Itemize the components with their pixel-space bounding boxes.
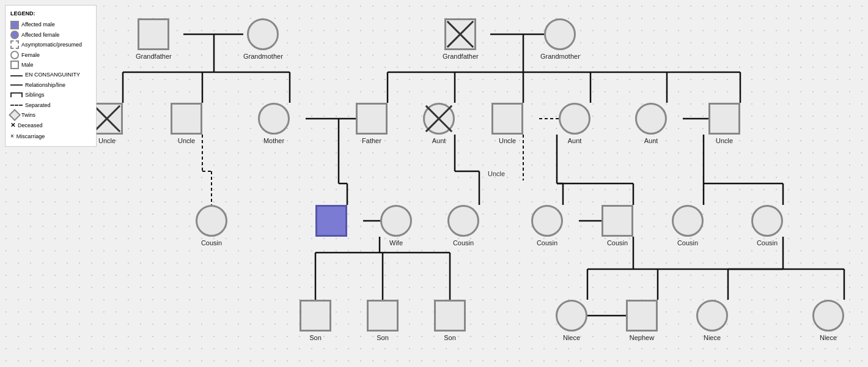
symbol-grandfather-maternal [444,18,476,50]
symbol-son3 [434,300,466,332]
legend-symbol-miscarriage: × [10,132,14,141]
legend-label: EN CONSANGUINITY [25,70,80,79]
symbol-cousin6 [751,205,783,237]
legend: LEGEND: Affected male Affected female As… [5,5,97,147]
symbol-uncle2 [171,103,202,135]
legend-symbol-square [10,61,19,69]
legend-item-affected-female: Affected female [10,31,91,39]
symbol-cousin1 [196,205,227,237]
label-uncle3: Uncle [499,137,516,144]
legend-label: Separated [25,101,51,109]
label-grandfather-maternal: Grandfather [443,53,479,60]
person-cousin3: Cousin [531,205,563,247]
person-niece1: Niece [556,300,587,341]
legend-symbol-filled-square [10,21,19,29]
person-uncle2: Uncle [171,103,202,144]
symbol-grandmother-paternal [247,18,279,50]
legend-symbol-filled-circle [10,31,19,39]
person-mother: Mother [258,103,290,144]
legend-item-consanguinity: EN CONSANGUINITY [10,70,91,79]
symbol-uncle3 [491,103,523,135]
legend-symbol-diamond [9,109,21,121]
legend-item-twins: Twins [10,111,91,119]
label-son1: Son [309,334,322,341]
legend-item-asymptomatic: Asymptomatic/presumed [10,40,91,49]
label-aunt3: Aunt [644,137,658,144]
family-tree: Grandfather Grandmother Grandfather Gran… [0,0,868,367]
label-son3: Son [444,334,456,341]
person-aunt1: Aunt [423,103,455,144]
label-cousin4: Cousin [607,239,628,247]
label-grandmother-paternal: Grandmother [243,53,283,60]
person-uncle3: Uncle [491,103,523,144]
symbol-aunt1 [423,103,455,135]
legend-item-affected-male: Affected male [10,20,91,29]
symbol-grandfather-paternal [138,18,169,50]
person-cousin6: Cousin [751,205,783,247]
label-aunt2: Aunt [568,137,582,144]
legend-symbol-line [10,84,23,86]
label-grandmother-maternal: Grandmother [540,53,580,60]
person-son3: Son [434,300,466,341]
label-nephew: Nephew [630,334,654,341]
legend-title: LEGEND: [10,9,91,18]
person-cousin1: Cousin [196,205,227,247]
label-mother: Mother [263,137,284,144]
symbol-aunt3 [635,103,667,135]
label-uncle4: Uncle [716,137,733,144]
legend-item-female: Female [10,51,91,59]
legend-label: Affected female [21,31,59,39]
legend-symbol-x: ✕ [10,120,15,130]
symbol-mother [258,103,290,135]
symbol-niece2 [696,300,728,332]
label-cousin6: Cousin [757,239,778,247]
person-cousin5: Cousin [672,205,704,247]
legend-label: Miscarriage [17,132,45,141]
label-cousin5: Cousin [677,239,698,247]
symbol-cousin4 [601,205,633,237]
label-uncle2: Uncle [178,137,195,144]
legend-label: Affected male [21,20,55,29]
label-niece3: Niece [820,334,837,341]
person-aunt2: Aunt [559,103,590,144]
label-son2: Son [377,334,389,341]
symbol-son2 [367,300,399,332]
label-cousin3: Cousin [537,239,557,247]
label-aunt1: Aunt [432,137,446,144]
legend-symbol-siblings [10,92,23,97]
person-grandfather-paternal: Grandfather [136,18,172,60]
symbol-proband [315,205,347,237]
legend-item-deceased: ✕ Deceased [10,120,91,130]
legend-item-miscarriage: × Miscarriage [10,132,91,141]
person-wife: Wife [380,205,412,247]
label-uncle1: Uncle [98,137,116,144]
legend-label: Relationship/line [25,81,65,89]
person-grandmother-maternal: Grandmother [540,18,580,60]
symbol-nephew [626,300,658,332]
person-son1: Son [300,300,331,341]
symbol-uncle4 [708,103,740,135]
legend-label: Siblings [25,91,45,99]
label-cousin1: Cousin [201,239,222,247]
legend-symbol-circle [10,51,19,59]
person-nephew: Nephew [626,300,658,341]
legend-item-siblings: Siblings [10,91,91,99]
symbol-niece3 [812,300,844,332]
symbol-father [356,103,388,135]
person-grandfather-maternal: Grandfather [443,18,479,60]
label-niece1: Niece [563,334,580,341]
legend-label: Female [21,51,40,59]
symbol-cousin2 [447,205,479,237]
legend-symbol-dashed-line [10,105,23,106]
uncle3-relation-label: Uncle [488,170,505,177]
legend-symbol-dashed-square [10,40,19,49]
label-cousin2: Cousin [453,239,474,247]
legend-symbol-double-line [10,75,23,76]
label-grandfather-paternal: Grandfather [136,53,172,60]
person-aunt3: Aunt [635,103,667,144]
symbol-cousin3 [531,205,563,237]
legend-item-separated: Separated [10,101,91,109]
symbol-son1 [300,300,331,332]
label-niece2: Niece [704,334,721,341]
label-father: Father [362,137,381,144]
